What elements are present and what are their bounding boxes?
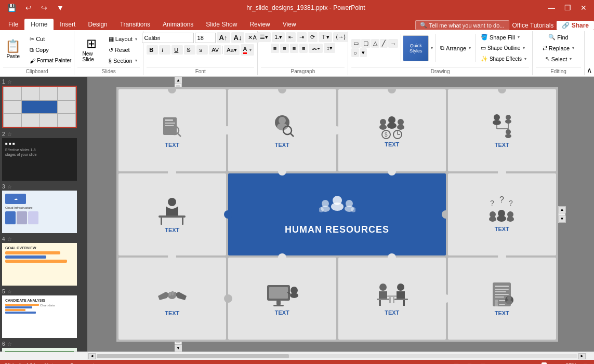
tab-slideshow[interactable]: Slide Show <box>200 19 243 30</box>
align-text-button[interactable]: ⊤▾ <box>319 32 332 42</box>
underline-button[interactable]: U <box>171 45 183 55</box>
horizontal-scrollbar[interactable]: ◄ ► <box>87 352 587 360</box>
piece-tl3: $ TEXT <box>338 89 446 171</box>
close-button[interactable]: ✕ <box>577 3 590 13</box>
redo-button[interactable]: ↪ <box>38 3 50 13</box>
slide-canvas[interactable]: TEXT TEXT <box>116 87 558 342</box>
scroll-right-button[interactable]: ► <box>578 353 586 359</box>
fit-to-window-button[interactable]: ⊡ <box>581 362 590 365</box>
piece-label-tl1: TEXT <box>165 142 179 148</box>
collapse-ribbon-button[interactable]: ∧ <box>587 66 592 74</box>
change-case-button[interactable]: Aa▾ <box>224 45 239 55</box>
scroll-down-button[interactable]: ▼ <box>175 344 182 352</box>
font-color-button[interactable]: A ▾ <box>241 44 254 56</box>
notes-button[interactable]: Notes <box>42 362 61 364</box>
strikethrough-button[interactable]: S <box>184 45 195 55</box>
replace-button[interactable]: ⇄ Replace ▾ <box>540 43 577 53</box>
shape-rect[interactable]: ▭ <box>351 39 361 48</box>
text-direction-button[interactable]: ⟳ <box>308 32 318 42</box>
shape-fill-button[interactable]: 🪣 Shape Fill ▾ <box>478 32 529 42</box>
slide-thumb-3[interactable]: 3 ☆ ☁ Cloud Infrastructure <box>2 184 85 233</box>
shape-triangle[interactable]: △ <box>371 39 379 48</box>
arrange-button[interactable]: ⧉ Arrange ▾ <box>438 43 473 53</box>
tab-animations[interactable]: Animations <box>156 19 200 30</box>
svg-point-11 <box>380 119 386 125</box>
align-left-button[interactable]: ≡ <box>271 44 279 53</box>
increase-indent-button[interactable]: ⇥ <box>297 32 307 42</box>
slide-thumb-6[interactable]: 6 ☆ EMPLOYER SOLUTION: A CANDIDATE'S MUS… <box>2 341 85 352</box>
new-slide-button[interactable]: ⊞ New Slide <box>77 34 104 65</box>
font-name-input[interactable] <box>142 33 194 43</box>
normal-view-button[interactable]: ▦ <box>452 362 461 365</box>
font-size-input[interactable] <box>195 33 216 43</box>
shape-more[interactable]: ▾ <box>360 48 367 57</box>
customize-qat-button[interactable]: ▼ <box>54 3 67 13</box>
tab-home[interactable]: Home <box>24 19 54 30</box>
shape-outline-button[interactable]: ▭ Shape Outline ▾ <box>478 43 529 53</box>
zoom-in-button[interactable]: + <box>556 362 563 364</box>
svg-text:?: ? <box>490 199 494 207</box>
tab-view[interactable]: View <box>276 19 302 30</box>
tab-file[interactable]: File <box>2 19 24 30</box>
line-spacing-button[interactable]: ↕▾ <box>324 43 335 53</box>
char-spacing-button[interactable]: AV <box>209 45 221 55</box>
copy-button[interactable]: ⧉ Copy <box>27 45 74 55</box>
shape-effects-button[interactable]: ✨ Shape Effects ▾ <box>478 54 529 64</box>
restore-button[interactable]: ❐ <box>561 3 574 13</box>
undo-button[interactable]: ↩ <box>22 3 35 13</box>
editing-buttons: 🔍 Find ⇄ Replace ▾ ↖ Select ▾ <box>540 32 577 67</box>
save-button[interactable]: 💾 <box>4 3 19 13</box>
section-button[interactable]: § Section ▾ <box>106 56 140 65</box>
align-right-button[interactable]: ≡ <box>290 44 298 53</box>
layout-button[interactable]: ▦ Layout ▾ <box>106 34 140 44</box>
svg-point-60 <box>291 287 298 294</box>
find-button[interactable]: 🔍 Find <box>546 32 571 42</box>
shape-rounded-rect[interactable]: ▢ <box>361 39 371 48</box>
paste-button[interactable]: 📋 Paste <box>0 34 26 65</box>
h-scroll-thumb[interactable] <box>97 354 289 358</box>
slide-thumb-4[interactable]: 4 ☆ GOAL OVERVIEW <box>2 236 85 286</box>
decrease-indent-button[interactable]: ⇤ <box>286 32 296 42</box>
document-sign-icon <box>487 280 516 309</box>
zoom-out-button[interactable]: - <box>504 362 510 364</box>
tab-design[interactable]: Design <box>82 19 113 30</box>
bold-button[interactable]: B <box>147 45 158 55</box>
shadow-button[interactable]: s <box>196 45 208 55</box>
tab-review[interactable]: Review <box>243 19 276 30</box>
scroll-up-right[interactable]: ▲ <box>559 206 566 213</box>
minimize-button[interactable]: — <box>545 3 558 13</box>
select-button[interactable]: ↖ Select ▾ <box>543 54 575 64</box>
tab-insert[interactable]: Insert <box>54 19 82 30</box>
shape-arrow[interactable]: → <box>388 39 398 48</box>
reset-button[interactable]: ↺ Reset <box>106 45 140 55</box>
svg-text:?: ? <box>509 199 513 207</box>
increase-font-button[interactable]: A↑ <box>217 32 230 43</box>
quick-styles-gallery[interactable]: QuickStyles <box>403 35 429 61</box>
format-painter-button[interactable]: 🖌 Format Painter <box>27 56 74 65</box>
italic-button[interactable]: I <box>159 45 170 55</box>
columns-button[interactable]: ⫘▾ <box>309 44 323 53</box>
slide-thumb-2[interactable]: 2 ☆ ■ ■ ■ Effective slides 1-5 stages of… <box>2 131 85 181</box>
align-center-button[interactable]: ≡ <box>280 44 288 53</box>
shape-oval[interactable]: ○ <box>351 48 359 57</box>
slide-sorter-button[interactable]: ⊞ <box>465 362 474 365</box>
slideshow-button[interactable]: ▶ <box>492 362 500 365</box>
office-tutorials-button[interactable]: Office Tutorials <box>509 21 557 30</box>
tab-transitions[interactable]: Transitions <box>114 19 156 30</box>
slide-thumb-1[interactable]: 1 ☆ <box>2 79 85 128</box>
slide-thumb-5[interactable]: 5 ☆ CANDIDATE ANALYSIS Chart data <box>2 289 85 338</box>
reading-view-button[interactable]: ▤ <box>478 362 487 365</box>
scroll-left-button[interactable]: ◄ <box>88 353 96 359</box>
scroll-up-button[interactable]: ▲ <box>175 77 182 84</box>
shape-line[interactable]: ╱ <box>380 39 388 48</box>
bullets-button[interactable]: ☰▾ <box>257 32 271 42</box>
help-search[interactable]: 🔍 Tell me what you want to do... <box>415 20 509 30</box>
comments-button[interactable]: Comments <box>68 362 99 364</box>
scroll-down-right[interactable]: ▼ <box>559 215 566 223</box>
cut-button[interactable]: ✂ Cut <box>27 34 74 44</box>
numbering-button[interactable]: 1.▾ <box>272 32 285 42</box>
smartart-button[interactable]: ⟨→⟩ <box>333 32 348 42</box>
justify-button[interactable]: ≡ <box>299 44 308 53</box>
share-button[interactable]: 🔗 Share <box>557 21 594 30</box>
decrease-font-button[interactable]: A↓ <box>231 32 245 43</box>
